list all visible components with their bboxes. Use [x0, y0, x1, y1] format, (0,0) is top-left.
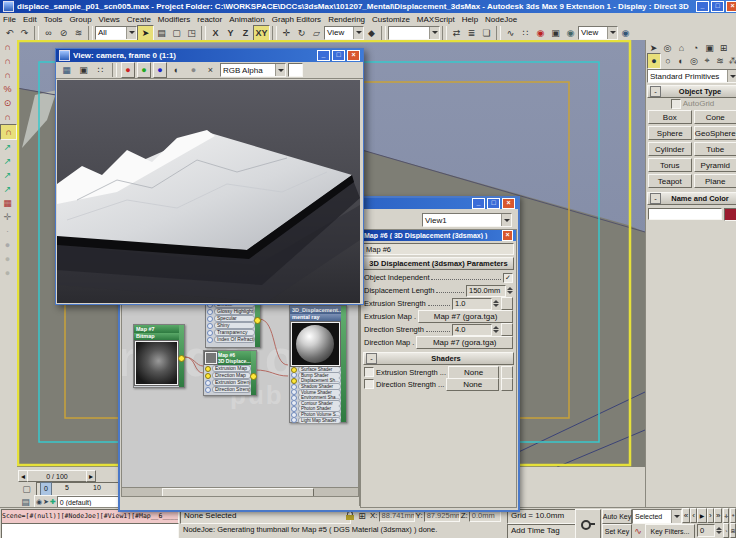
direction-map-button[interactable]: Map #7 (gora.tga) [416, 336, 513, 349]
output-connection-dot[interactable] [178, 355, 185, 362]
output-connection-dot[interactable] [254, 317, 261, 324]
clear-image-icon[interactable]: × [203, 63, 218, 77]
plane-button[interactable]: Plane [694, 174, 736, 188]
extrusion-strength-field[interactable]: 1.0 [452, 298, 492, 310]
spinner[interactable] [492, 326, 499, 333]
red-channel-icon[interactable]: ● [121, 62, 135, 78]
axis-z-button[interactable]: Z [238, 26, 253, 40]
minimize-button[interactable]: _ [696, 1, 709, 12]
menu-views[interactable]: Views [99, 15, 120, 24]
dgs-material-node[interactable]: Diffuse Glossy Highlights Specular Shiny… [205, 300, 261, 348]
minimize-button[interactable]: _ [317, 50, 330, 61]
view-selector-dropdown[interactable]: View1 [422, 213, 512, 227]
key-brush-icon[interactable]: ∿ [632, 524, 644, 538]
menu-tools[interactable]: Tools [44, 15, 63, 24]
tab-display-icon[interactable]: ▣ [703, 41, 716, 55]
current-frame-field[interactable]: 0 [697, 524, 715, 537]
select-by-name-icon[interactable]: ▤ [154, 26, 169, 40]
displacement-material-node[interactable]: 3D_Displacement... mental ray Surface Sh… [289, 305, 347, 423]
spinner[interactable] [492, 300, 499, 307]
snap-2d-icon[interactable]: ∩ [0, 40, 15, 54]
menu-animation[interactable]: Animation [229, 15, 265, 24]
direction-strength-field[interactable]: 4.0 [452, 324, 492, 336]
displacement-length-field[interactable]: 150.0mm [466, 285, 506, 297]
percent-snap-icon[interactable]: % [0, 82, 15, 96]
time-slider[interactable]: 0 / 100 [27, 470, 87, 482]
autogrid-checkbox[interactable] [671, 99, 681, 109]
key-mode-dropdown[interactable]: Selected [632, 509, 682, 524]
category-helpers-icon[interactable]: ⌖ [701, 54, 713, 68]
menu-customize[interactable]: Customize [372, 15, 410, 24]
cylinder-button[interactable]: Cylinder [648, 142, 692, 156]
eye-icon[interactable]: ◉ [36, 498, 42, 506]
axis-y-button[interactable]: Y [223, 26, 238, 40]
render-type-dropdown[interactable]: View [578, 26, 618, 40]
background-color-swatch[interactable] [288, 63, 303, 77]
monochrome-icon[interactable]: ◐ [169, 63, 184, 77]
pan-view-icon[interactable]: ✛ [723, 508, 729, 523]
render-frame-window[interactable]: View: camera, frame 0 (1:1) _ □ × ▦ ▣ ∷ … [55, 48, 364, 305]
menu-help[interactable]: Help [462, 15, 478, 24]
quick-render-icon[interactable]: ◉ [618, 26, 633, 40]
layer-manager-icon[interactable]: ❏ [479, 26, 494, 40]
arc-rotate-icon[interactable]: ◔ [723, 523, 729, 538]
maximize-viewport-icon[interactable]: ⊞ [730, 523, 736, 538]
snap-toggle-active-icon[interactable]: ∩ [0, 124, 17, 140]
spinner-snap-icon[interactable]: ⊙ [0, 96, 15, 110]
teapot-button[interactable]: Teapot [648, 174, 692, 188]
close-button[interactable]: × [502, 198, 515, 209]
tab-utilities-icon[interactable]: ⊞ [717, 41, 730, 55]
align-icon[interactable]: ≣ [464, 26, 479, 40]
window-crossing-icon[interactable]: ◳ [184, 26, 199, 40]
axis-x-button[interactable]: X [208, 26, 223, 40]
pyramid-button[interactable]: Pyramid [694, 158, 736, 172]
shader-direction-extra-button[interactable] [501, 378, 513, 391]
snap-ky-icon[interactable]: ∩ [0, 110, 15, 124]
material-name-field[interactable]: Map #6 [363, 243, 514, 255]
set-key-button[interactable]: Set Key [602, 524, 632, 538]
manip-mode-icon[interactable]: ✛ [0, 210, 15, 224]
main-titlebar[interactable]: displace_sample_p01_scn005.max - Project… [0, 0, 736, 13]
alpha-channel-icon[interactable]: ● [186, 63, 201, 77]
primitive-category-dropdown[interactable]: Standard Primitives [647, 69, 736, 83]
map7-bitmap-node[interactable]: Map #7 Bitmap [133, 324, 185, 388]
go-to-start-button[interactable]: « [682, 508, 690, 523]
go-to-end-button[interactable]: » [714, 508, 722, 523]
axis-constraint-y-icon[interactable]: ↗ [0, 154, 15, 168]
axis-constraint-xy-icon[interactable]: ↗ [0, 182, 15, 196]
close-button[interactable]: × [726, 1, 736, 12]
trackbar-mode-icon[interactable]: ▢ [19, 482, 34, 496]
cone-button[interactable]: Cone [694, 110, 736, 124]
dialog-titlebar[interactable]: Map #6 ( 3D Displacement (3dsmax) ) × [361, 230, 516, 241]
shader-extrusion-checkbox[interactable] [364, 367, 374, 377]
menu-nodejoe[interactable]: NodeJoe [485, 15, 517, 24]
menu-file[interactable]: File [3, 15, 16, 24]
spinner[interactable] [506, 287, 513, 294]
mirror-icon[interactable]: ⇄ [449, 26, 464, 40]
frame-spinner[interactable] [715, 527, 722, 534]
sphere-button[interactable]: Sphere [648, 126, 692, 140]
use-pivot-icon[interactable]: ◆ [364, 26, 379, 40]
current-frame-marker[interactable]: 0 [40, 482, 52, 496]
object-independent-checkbox[interactable]: ✓ [503, 273, 513, 283]
params-rollout[interactable]: 3D Displacement (3dsmax) Parameters [363, 257, 514, 270]
extrusion-map-button[interactable]: Map #7 (gora.tga) [418, 310, 513, 323]
schematic-view-icon[interactable]: ∷ [518, 26, 533, 40]
undo-icon[interactable]: ↶ [2, 26, 17, 40]
name-color-rollout[interactable]: -Name and Color [647, 192, 736, 205]
snap-25d-icon[interactable]: ∩ [0, 54, 15, 68]
category-systems-icon[interactable]: ⁂ [727, 54, 736, 68]
reference-coordinate-dropdown[interactable]: View [324, 26, 364, 40]
shaders-rollout[interactable]: -Shaders [363, 352, 514, 365]
channel-display-dropdown[interactable]: RGB Alpha [220, 63, 286, 77]
tab-motion-icon[interactable]: ◔ [689, 41, 702, 55]
geosphere-button[interactable]: GeoSphere [694, 126, 736, 140]
render-last-icon[interactable]: ◉ [563, 26, 578, 40]
extrusion-strength-shader-button[interactable] [501, 297, 513, 310]
minimize-button[interactable]: _ [472, 198, 485, 209]
time-scroll-right-button[interactable]: ▸ [86, 470, 96, 482]
select-link-icon[interactable]: ∞ [41, 26, 56, 40]
maximize-button[interactable]: □ [332, 50, 345, 61]
copy-image-icon[interactable]: ∷ [93, 63, 108, 77]
zoom-extents-icon[interactable]: ⌖ [730, 508, 736, 523]
